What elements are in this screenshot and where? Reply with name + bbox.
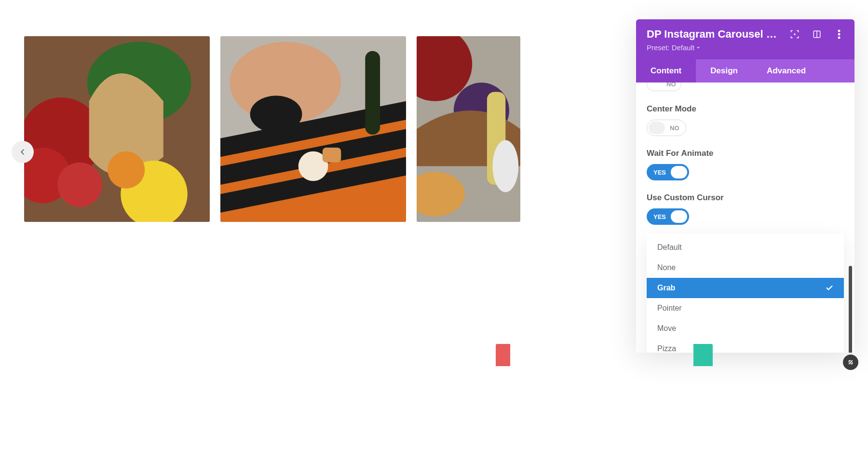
cursor-option-none[interactable]: None xyxy=(647,258,844,278)
cursor-option-pizza[interactable]: Pizza xyxy=(647,339,844,353)
column-icon[interactable] xyxy=(812,29,822,39)
svg-rect-12 xyxy=(323,148,341,163)
preset-selector[interactable]: Preset: Default xyxy=(647,43,700,52)
toggle-center-mode[interactable]: NO xyxy=(647,120,686,136)
resize-handle[interactable] xyxy=(843,355,858,370)
toggle-wait-for-animate[interactable]: YES xyxy=(647,164,689,180)
carousel-item xyxy=(24,36,210,222)
svg-point-6 xyxy=(108,151,145,189)
svg-point-9 xyxy=(250,96,302,133)
tab-content[interactable]: Content xyxy=(636,59,696,82)
field-use-custom-cursor: Use Custom Cursor YES xyxy=(647,193,844,225)
toggle-partial[interactable]: NO xyxy=(647,82,681,91)
option-label: None xyxy=(657,263,676,272)
toggle-label: YES xyxy=(649,169,671,176)
option-label: Pointer xyxy=(657,304,682,313)
field-label: Use Custom Cursor xyxy=(647,193,844,203)
panel-header: DP Instagram Carousel Sett... Preset: De… xyxy=(636,19,854,59)
svg-point-19 xyxy=(794,33,795,35)
caret-down-icon xyxy=(696,46,700,50)
panel-title: DP Instagram Carousel Sett... xyxy=(647,28,783,41)
option-label: Grab xyxy=(657,284,675,292)
save-button[interactable] xyxy=(693,344,713,366)
svg-point-24 xyxy=(838,37,841,39)
field-wait-for-animate: Wait For Animate YES xyxy=(647,149,844,180)
field-label: Wait For Animate xyxy=(647,149,844,158)
cursor-dropdown: Default None Grab Pointer Move xyxy=(647,233,844,353)
toggle-label: NO xyxy=(665,124,684,132)
tab-advanced[interactable]: Advanced xyxy=(752,59,820,82)
cancel-button[interactable] xyxy=(496,344,510,366)
chevron-left-icon xyxy=(19,149,26,155)
toggle-label: YES xyxy=(649,213,671,220)
cursor-option-move[interactable]: Move xyxy=(647,318,844,339)
svg-point-3 xyxy=(57,163,102,207)
tab-design[interactable]: Design xyxy=(696,59,752,82)
menu-dots-icon[interactable] xyxy=(834,29,844,39)
scrollbar-thumb[interactable] xyxy=(849,266,852,353)
panel-body: NO Center Mode NO Wait For Animate YES U… xyxy=(636,82,854,353)
field-label: Center Mode xyxy=(647,104,844,114)
toggle-use-custom-cursor[interactable]: YES xyxy=(647,208,689,225)
cursor-option-default[interactable]: Default xyxy=(647,237,844,258)
cursor-option-pointer[interactable]: Pointer xyxy=(647,298,844,318)
tabs: Content Design Advanced xyxy=(636,59,854,82)
resize-icon xyxy=(847,358,854,366)
cursor-option-grab[interactable]: Grab xyxy=(647,278,844,298)
carousel-item xyxy=(417,36,520,222)
focus-icon[interactable] xyxy=(790,29,800,39)
carousel-item xyxy=(220,36,406,222)
field-center-mode: Center Mode NO xyxy=(647,104,844,136)
option-label: Pizza xyxy=(657,344,676,353)
option-label: Move xyxy=(657,324,676,333)
svg-rect-10 xyxy=(365,51,380,135)
svg-point-23 xyxy=(838,33,841,36)
svg-point-22 xyxy=(838,30,841,32)
option-label: Default xyxy=(657,243,682,252)
carousel-preview xyxy=(24,36,603,222)
svg-point-18 xyxy=(492,140,518,192)
preset-label: Preset: Default xyxy=(647,43,694,52)
carousel-prev-button[interactable] xyxy=(12,141,34,163)
toggle-label: NO xyxy=(663,82,680,88)
check-icon xyxy=(826,284,833,292)
settings-panel: DP Instagram Carousel Sett... Preset: De… xyxy=(636,19,854,353)
